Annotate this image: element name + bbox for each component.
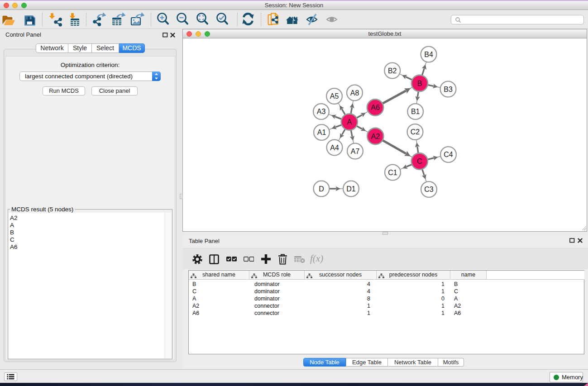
svg-text:B: B [417,80,422,87]
svg-text:B1: B1 [411,108,420,115]
svg-text:C1: C1 [388,169,397,176]
svg-text:D1: D1 [346,185,356,193]
svg-text:C4: C4 [444,151,453,158]
svg-text:A5: A5 [330,92,339,100]
svg-text:A8: A8 [350,89,359,97]
svg-text:D: D [319,185,324,193]
svg-text:B3: B3 [444,86,453,93]
svg-text:A2: A2 [371,133,380,140]
svg-text:C: C [417,157,422,165]
svg-text:B4: B4 [424,51,433,58]
svg-text:A7: A7 [351,148,360,155]
svg-text:A4: A4 [330,144,339,152]
svg-text:A: A [347,118,352,126]
svg-text:A3: A3 [317,108,326,115]
svg-text:C2: C2 [411,128,420,136]
svg-text:A6: A6 [371,104,380,111]
svg-text:A1: A1 [317,129,326,136]
svg-text:C3: C3 [424,186,434,193]
svg-text:B2: B2 [388,67,397,75]
